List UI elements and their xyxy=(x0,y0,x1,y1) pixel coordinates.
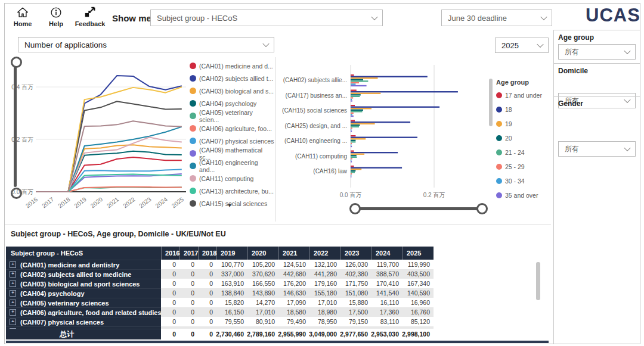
cell: 0 xyxy=(179,298,198,307)
legend-dot-icon xyxy=(496,121,502,127)
legend-item[interactable]: (CAH04) psychology xyxy=(190,97,274,110)
table-scrollbar[interactable] xyxy=(536,262,540,300)
legend-item[interactable]: (CAH13) architecture, bu... xyxy=(190,185,274,197)
dimension-dropdown[interactable]: Subject group - HECoS xyxy=(150,10,383,26)
age-legend-item[interactable]: 35 and over xyxy=(496,188,553,202)
year-dropdown[interactable]: 2025 xyxy=(495,38,549,53)
row-label-cell[interactable]: +(CAH07) physical sciences xyxy=(6,317,161,326)
filter-dropdown-age-group[interactable]: 所有 xyxy=(558,44,636,60)
legend-dot-icon xyxy=(190,163,196,169)
row-label: (CAH05) veterinary sciences xyxy=(20,300,109,307)
row-label-cell[interactable]: +(CAH03) biological and sport sciences xyxy=(6,279,161,288)
chevron-down-icon xyxy=(371,14,377,20)
header-cell: Subject group - HECoS xyxy=(6,247,161,260)
legend-item[interactable]: (CAH07) physical sciences xyxy=(190,135,274,147)
deadline-dropdown[interactable]: June 30 deadline xyxy=(441,10,552,26)
feedback-icon xyxy=(73,6,107,19)
age-legend-item[interactable]: 25 - 29 xyxy=(496,160,553,174)
filter-dropdown-gender[interactable]: 所有 xyxy=(558,141,636,157)
feedback-button[interactable]: Feedback xyxy=(73,6,107,27)
row-label-cell[interactable]: +(CAH02) subjects allied to medicine xyxy=(6,269,161,279)
expand-icon[interactable]: + xyxy=(10,261,16,268)
table-row[interactable]: +(CAH07) physical sciences00079,55080,91… xyxy=(6,317,434,326)
filter-value: 所有 xyxy=(565,144,579,154)
table-row[interactable]: +(CAH03) biological and sport sciences00… xyxy=(6,279,434,288)
legend-item[interactable]: (CAH03) biological and s... xyxy=(190,85,274,97)
legend-item[interactable]: (CAH10) engineering and... xyxy=(190,160,274,172)
expand-icon[interactable]: + xyxy=(10,319,16,325)
cell: 17,010 xyxy=(309,298,340,307)
legend-item[interactable]: (CAH05) veterinary scien... xyxy=(190,110,274,122)
age-legend-title: Age group xyxy=(496,79,553,86)
total-cell: 0 xyxy=(179,329,198,339)
expand-icon[interactable]: + xyxy=(10,309,16,316)
legend-more-arrow-icon[interactable]: ▼ xyxy=(222,202,237,208)
cell: 16,150 xyxy=(216,307,247,317)
cell: 0 xyxy=(179,260,198,269)
cell: 0 xyxy=(179,269,198,279)
age-legend-items: 17 and under18192021 - 2425 - 2930 - 343… xyxy=(496,88,553,202)
row-label-cell[interactable]: +(CAH06) agriculture, food and related s… xyxy=(6,307,161,317)
home-button[interactable]: Home xyxy=(8,6,37,27)
legend-dot-icon xyxy=(190,63,196,69)
cell: 0 xyxy=(179,317,198,326)
svg-text:2016: 2016 xyxy=(24,196,39,210)
table-row[interactable]: +(CAH05) veterinary sciences00015,82014,… xyxy=(6,298,434,307)
legend-item[interactable]: (CAH02) subjects allied t... xyxy=(190,72,274,85)
table-row[interactable]: +(CAH04) psychology000138,840143,890146,… xyxy=(6,288,434,298)
header-cell: 2016 xyxy=(161,247,179,260)
cell: 143,890 xyxy=(247,288,278,298)
age-legend-item[interactable]: 30 - 34 xyxy=(496,174,553,188)
legend-item[interactable]: (CAH01) medicine and d... xyxy=(190,60,274,72)
cell: 0 xyxy=(161,298,179,307)
total-row: 总计0002,730,4602,789,1602,955,9903,049,00… xyxy=(6,329,434,339)
age-legend-item[interactable]: 20 xyxy=(496,131,553,145)
age-legend-label: 18 xyxy=(505,106,512,113)
row-label-cell[interactable]: +(CAH05) veterinary sciences xyxy=(6,298,161,307)
data-table: Subject group - HECoS2016201720182019202… xyxy=(6,247,434,339)
age-legend-item[interactable]: 18 xyxy=(496,102,553,117)
total-cell: 2,998,100 xyxy=(402,329,434,339)
cell: 179,160 xyxy=(309,279,340,288)
measure-dropdown[interactable]: Number of applications xyxy=(18,37,274,52)
cell: 0 xyxy=(161,317,179,326)
table-row[interactable]: +(CAH06) agriculture, food and related s… xyxy=(6,307,434,317)
legend-dot-icon xyxy=(190,125,196,132)
year-dropdown-value: 2025 xyxy=(501,41,519,50)
row-label-cell[interactable]: +(CAH04) psychology xyxy=(6,288,161,298)
expand-icon[interactable]: + xyxy=(10,290,16,297)
help-button[interactable]: Help xyxy=(42,6,70,27)
cell: 138,840 xyxy=(216,288,247,298)
age-legend-item[interactable]: 17 and under xyxy=(496,88,553,102)
table-row[interactable]: +(CAH02) subjects allied to medicine0003… xyxy=(6,269,434,279)
age-legend: Age group 17 and under18192021 - 2425 - … xyxy=(496,79,553,202)
age-legend-scrollbar[interactable] xyxy=(489,79,493,126)
legend-item[interactable]: (CAH06) agriculture, foo... xyxy=(190,122,274,135)
legend-item[interactable]: (CAH11) computing xyxy=(190,172,274,185)
cell: 146,630 xyxy=(278,288,309,298)
cell: 0 xyxy=(198,260,216,269)
row-label-cell[interactable]: +(CAH01) medicine and dentistry xyxy=(6,260,161,269)
cell: 119,990 xyxy=(402,260,434,269)
table-horizontal-scrollbar[interactable] xyxy=(6,341,549,343)
expand-icon[interactable]: + xyxy=(10,300,16,306)
cell: 140,590 xyxy=(402,288,434,298)
slider-handle-right[interactable] xyxy=(476,203,488,214)
legend-item[interactable]: (CAH09) mathematical sc... xyxy=(190,147,274,160)
expand-icon[interactable]: + xyxy=(10,280,16,287)
slider-handle-left[interactable] xyxy=(349,203,361,214)
help-icon xyxy=(42,6,70,19)
filter-label-domicile: Domicile xyxy=(558,67,588,75)
cell: 0 xyxy=(198,279,216,288)
ucas-logo: UCAS xyxy=(586,5,640,26)
cell: 403,500 xyxy=(402,269,434,279)
expand-icon[interactable]: + xyxy=(10,271,16,278)
cell: 14,270 xyxy=(247,298,278,307)
total-cell: 2,730,460 xyxy=(216,329,247,339)
total-cell: 2,953,030 xyxy=(371,329,402,339)
age-legend-item[interactable]: 19 xyxy=(496,117,553,131)
age-legend-item[interactable]: 21 - 24 xyxy=(496,145,553,160)
horizontal-range-slider[interactable] xyxy=(354,207,481,210)
header-cell: 2024 xyxy=(371,247,402,260)
table-row[interactable]: +(CAH01) medicine and dentistry000100,77… xyxy=(6,260,434,269)
